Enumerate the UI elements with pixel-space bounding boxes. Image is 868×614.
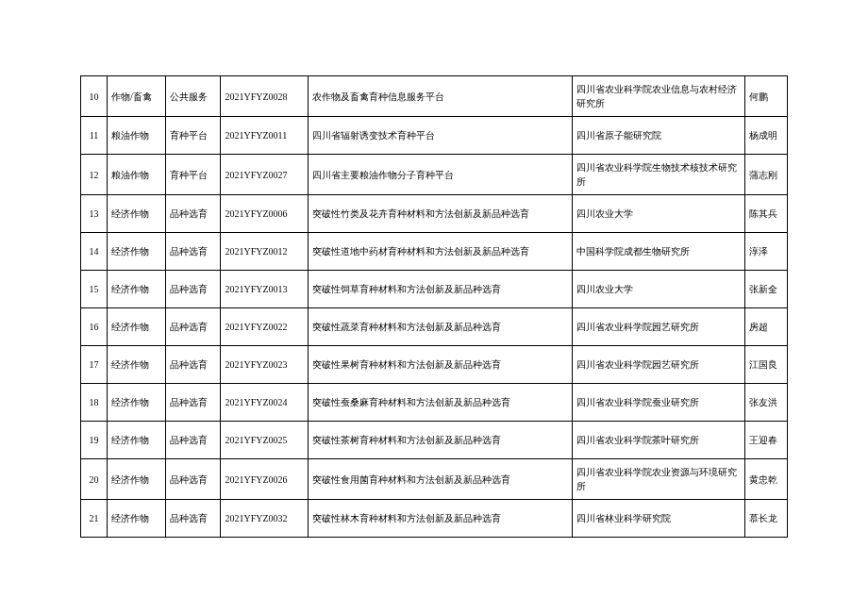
cell-org: 四川省农业科学院生物技术核技术研究所	[572, 155, 744, 195]
table-row: 14经济作物品种选育2021YFYZ0012突破性道地中药材育种材料和方法创新及…	[81, 233, 788, 271]
cell-person: 陈其兵	[744, 195, 787, 233]
table-row: 17经济作物品种选育2021YFYZ0023突破性果树育种材料和方法创新及新品种…	[81, 346, 788, 384]
cell-type: 品种选育	[166, 384, 221, 422]
cell-org: 四川省林业科学研究院	[572, 500, 744, 538]
cell-index: 20	[81, 459, 108, 500]
cell-person: 蒲志刚	[744, 155, 787, 195]
cell-index: 10	[81, 76, 108, 117]
cell-type: 品种选育	[166, 422, 221, 459]
cell-type: 公共服务	[166, 76, 221, 117]
cell-title: 四川省辐射诱变技术育种平台	[309, 117, 573, 155]
table-row: 13经济作物品种选育2021YFYZ0006突破性竹类及花卉育种材料和方法创新及…	[81, 195, 788, 233]
table-row: 10作物/畜禽公共服务2021YFYZ0028农作物及畜禽育种信息服务平台四川省…	[81, 76, 788, 117]
cell-index: 14	[81, 233, 108, 271]
cell-category: 作物/畜禽	[107, 76, 165, 117]
table-row: 16经济作物品种选育2021YFYZ0022突破性蔬菜育种材料和方法创新及新品种…	[81, 308, 788, 346]
cell-person: 黄忠乾	[744, 459, 787, 500]
cell-index: 11	[81, 117, 108, 155]
cell-category: 经济作物	[107, 233, 165, 271]
cell-org: 四川省农业科学院农业资源与环境研究所	[572, 459, 744, 500]
cell-org: 四川省原子能研究院	[572, 117, 744, 155]
cell-title: 突破性林木育种材料和方法创新及新品种选育	[309, 500, 573, 538]
cell-type: 育种平台	[166, 117, 221, 155]
cell-code: 2021YFYZ0025	[221, 422, 309, 459]
cell-index: 15	[81, 271, 108, 308]
cell-type: 品种选育	[166, 346, 221, 384]
cell-type: 品种选育	[166, 308, 221, 346]
cell-title: 突破性蚕桑麻育种材料和方法创新及新品种选育	[309, 384, 573, 422]
cell-category: 经济作物	[107, 422, 165, 459]
cell-category: 经济作物	[107, 346, 165, 384]
cell-index: 12	[81, 155, 108, 195]
cell-org: 四川省农业科学院园艺研究所	[572, 308, 744, 346]
cell-category: 经济作物	[107, 384, 165, 422]
cell-person: 王迎春	[744, 422, 787, 459]
cell-category: 经济作物	[107, 308, 165, 346]
cell-category: 经济作物	[107, 195, 165, 233]
cell-index: 18	[81, 384, 108, 422]
cell-code: 2021YFYZ0026	[221, 459, 309, 500]
cell-code: 2021YFYZ0028	[221, 76, 309, 117]
cell-person: 张新全	[744, 271, 787, 308]
cell-org: 四川农业大学	[572, 195, 744, 233]
cell-person: 张友洪	[744, 384, 787, 422]
cell-category: 粮油作物	[107, 155, 165, 195]
cell-code: 2021YFYZ0022	[221, 308, 309, 346]
cell-category: 粮油作物	[107, 117, 165, 155]
cell-org: 四川省农业科学院蚕业研究所	[572, 384, 744, 422]
cell-org: 四川农业大学	[572, 271, 744, 308]
cell-person: 江国良	[744, 346, 787, 384]
cell-person: 淳泽	[744, 233, 787, 271]
cell-category: 经济作物	[107, 271, 165, 308]
cell-person: 慕长龙	[744, 500, 787, 538]
cell-title: 农作物及畜禽育种信息服务平台	[309, 76, 573, 117]
cell-code: 2021YFYZ0011	[221, 117, 309, 155]
cell-org: 四川省农业科学院农业信息与农村经济研究所	[572, 76, 744, 117]
cell-title: 四川省主要粮油作物分子育种平台	[309, 155, 573, 195]
cell-code: 2021YFYZ0006	[221, 195, 309, 233]
cell-title: 突破性蔬菜育种材料和方法创新及新品种选育	[309, 308, 573, 346]
cell-index: 16	[81, 308, 108, 346]
cell-index: 13	[81, 195, 108, 233]
cell-title: 突破性竹类及花卉育种材料和方法创新及新品种选育	[309, 195, 573, 233]
table-row: 21经济作物品种选育2021YFYZ0032突破性林木育种材料和方法创新及新品种…	[81, 500, 788, 538]
cell-org: 中国科学院成都生物研究所	[572, 233, 744, 271]
cell-org: 四川省农业科学院茶叶研究所	[572, 422, 744, 459]
table-row: 15经济作物品种选育2021YFYZ0013突破性饲草育种材料和方法创新及新品种…	[81, 271, 788, 308]
cell-title: 突破性果树育种材料和方法创新及新品种选育	[309, 346, 573, 384]
cell-org: 四川省农业科学院园艺研究所	[572, 346, 744, 384]
cell-code: 2021YFYZ0027	[221, 155, 309, 195]
table-row: 11粮油作物育种平台2021YFYZ0011四川省辐射诱变技术育种平台四川省原子…	[81, 117, 788, 155]
cell-type: 品种选育	[166, 195, 221, 233]
cell-person: 房超	[744, 308, 787, 346]
cell-title: 突破性茶树育种材料和方法创新及新品种选育	[309, 422, 573, 459]
cell-person: 杨成明	[744, 117, 787, 155]
cell-type: 品种选育	[166, 271, 221, 308]
cell-code: 2021YFYZ0012	[221, 233, 309, 271]
cell-code: 2021YFYZ0013	[221, 271, 309, 308]
cell-type: 品种选育	[166, 459, 221, 500]
cell-title: 突破性饲草育种材料和方法创新及新品种选育	[309, 271, 573, 308]
cell-code: 2021YFYZ0023	[221, 346, 309, 384]
cell-type: 品种选育	[166, 233, 221, 271]
cell-index: 19	[81, 422, 108, 459]
cell-person: 何鹏	[744, 76, 787, 117]
project-table: 10作物/畜禽公共服务2021YFYZ0028农作物及畜禽育种信息服务平台四川省…	[80, 75, 788, 538]
cell-code: 2021YFYZ0024	[221, 384, 309, 422]
cell-type: 育种平台	[166, 155, 221, 195]
cell-title: 突破性道地中药材育种材料和方法创新及新品种选育	[309, 233, 573, 271]
cell-title: 突破性食用菌育种材料和方法创新及新品种选育	[309, 459, 573, 500]
table-row: 19经济作物品种选育2021YFYZ0025突破性茶树育种材料和方法创新及新品种…	[81, 422, 788, 459]
cell-category: 经济作物	[107, 459, 165, 500]
cell-code: 2021YFYZ0032	[221, 500, 309, 538]
table-row: 18经济作物品种选育2021YFYZ0024突破性蚕桑麻育种材料和方法创新及新品…	[81, 384, 788, 422]
cell-index: 17	[81, 346, 108, 384]
table-row: 12粮油作物育种平台2021YFYZ0027四川省主要粮油作物分子育种平台四川省…	[81, 155, 788, 195]
table-row: 20经济作物品种选育2021YFYZ0026突破性食用菌育种材料和方法创新及新品…	[81, 459, 788, 500]
cell-category: 经济作物	[107, 500, 165, 538]
cell-index: 21	[81, 500, 108, 538]
cell-type: 品种选育	[166, 500, 221, 538]
